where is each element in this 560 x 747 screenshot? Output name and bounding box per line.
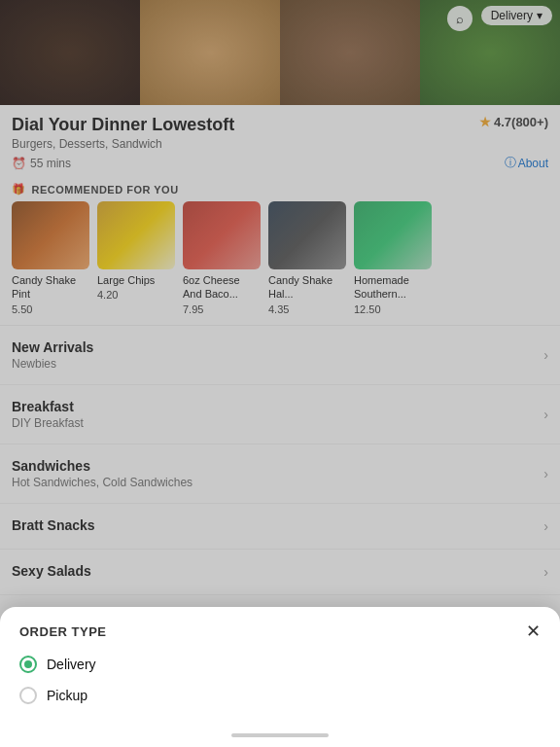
- item-image: [97, 201, 175, 269]
- recommended-item[interactable]: Large Chips 4.20: [97, 201, 175, 315]
- radio-options: Delivery Pickup: [19, 656, 541, 704]
- recommended-item[interactable]: Candy Shake Pint 5.50: [12, 201, 89, 315]
- menu-item-title: Sandwiches: [12, 458, 192, 474]
- menu-category-item[interactable]: Breakfast DIY Breakfast ›: [0, 385, 560, 445]
- restaurant-name: Dial Your Dinner Lowestoft: [12, 115, 234, 135]
- menu-item-left: New Arrivals Newbies: [12, 339, 93, 371]
- star-icon: ★: [479, 115, 491, 129]
- item-price: 4.35: [268, 303, 346, 315]
- item-name: Large Chips: [97, 273, 175, 287]
- recommended-item[interactable]: Candy Shake Hal... 4.35: [268, 201, 346, 315]
- hero-image: ⌕ Delivery ▾: [0, 0, 560, 105]
- bottom-indicator: [231, 733, 329, 737]
- item-image: [268, 201, 346, 269]
- delivery-toggle-button[interactable]: Delivery ▾: [481, 6, 552, 25]
- menu-item-title: New Arrivals: [12, 339, 93, 355]
- delivery-button-label: Delivery: [491, 9, 533, 22]
- modal-title: ORDER TYPE: [19, 624, 107, 639]
- pickup-radio[interactable]: [19, 687, 37, 704]
- item-price: 5.50: [12, 303, 89, 315]
- order-type-modal: ORDER TYPE ✕ Delivery Pickup: [0, 607, 560, 747]
- info-icon: ⓘ: [505, 155, 516, 171]
- delivery-option[interactable]: Delivery: [19, 656, 541, 673]
- item-image: [183, 201, 261, 269]
- menu-category-item[interactable]: Bratt Snacks ›: [0, 504, 560, 550]
- recommended-header: 🎁 RECOMMENDED FOR YOU: [0, 175, 560, 201]
- item-price: 7.95: [183, 303, 261, 315]
- chevron-right-icon: ›: [543, 564, 548, 580]
- chevron-right-icon: ›: [543, 347, 548, 363]
- radio-selected-dot: [24, 660, 32, 668]
- menu-item-title: Breakfast: [12, 399, 84, 414]
- item-price: 12.50: [354, 303, 432, 315]
- menu-category-item[interactable]: Sandwiches Hot Sandwiches, Cold Sandwich…: [0, 445, 560, 504]
- menu-item-left: Bratt Snacks: [12, 517, 95, 535]
- cuisine-type: Burgers, Desserts, Sandwich: [12, 137, 548, 151]
- menu-item-subtitle: Hot Sandwiches, Cold Sandwiches: [12, 476, 192, 489]
- menu-category-item[interactable]: Sexy Salads ›: [0, 550, 560, 595]
- item-name: Homemade Southern...: [354, 273, 432, 302]
- pickup-option[interactable]: Pickup: [19, 687, 541, 704]
- item-price: 4.20: [97, 289, 175, 301]
- menu-item-left: Sexy Salads: [12, 563, 91, 581]
- restaurant-rating: ★ 4.7(800+): [479, 115, 548, 129]
- delivery-radio[interactable]: [19, 656, 37, 673]
- restaurant-info: Dial Your Dinner Lowestoft ★ 4.7(800+) B…: [0, 105, 560, 175]
- item-name: Candy Shake Pint: [12, 273, 89, 302]
- gift-icon: 🎁: [12, 183, 26, 196]
- clock-icon: ⏰: [12, 157, 26, 170]
- recommended-scroll: Candy Shake Pint 5.50 Large Chips 4.20 6…: [0, 201, 560, 325]
- about-link[interactable]: ⓘ About: [505, 155, 548, 171]
- close-button[interactable]: ✕: [526, 622, 541, 640]
- close-icon: ✕: [526, 622, 541, 641]
- menu-item-left: Sandwiches Hot Sandwiches, Cold Sandwich…: [12, 458, 192, 489]
- item-image: [12, 201, 89, 269]
- rating-value: 4.7(800+): [494, 115, 548, 129]
- delivery-label: Delivery: [47, 657, 96, 672]
- search-button[interactable]: ⌕: [447, 6, 472, 31]
- item-name: 6oz Cheese And Baco...: [183, 273, 261, 302]
- recommended-label: RECOMMENDED FOR YOU: [32, 184, 179, 196]
- pickup-label: Pickup: [47, 688, 88, 703]
- chevron-right-icon: ›: [543, 407, 548, 422]
- menu-item-title: Sexy Salads: [12, 563, 91, 579]
- recommended-item[interactable]: Homemade Southern... 12.50: [354, 201, 432, 315]
- recommended-item[interactable]: 6oz Cheese And Baco... 7.95: [183, 201, 261, 315]
- menu-item-title: Bratt Snacks: [12, 517, 95, 533]
- chevron-right-icon: ›: [543, 466, 548, 481]
- menu-item-left: Breakfast DIY Breakfast: [12, 399, 84, 430]
- menu-item-subtitle: DIY Breakfast: [12, 416, 84, 430]
- chevron-down-icon: ▾: [537, 9, 542, 22]
- item-image: [354, 201, 432, 269]
- menu-item-subtitle: Newbies: [12, 357, 93, 371]
- search-icon: ⌕: [456, 12, 464, 26]
- delivery-time: ⏰ 55 mins: [12, 157, 71, 170]
- item-name: Candy Shake Hal...: [268, 273, 346, 302]
- chevron-right-icon: ›: [543, 518, 548, 534]
- menu-category-item[interactable]: New Arrivals Newbies ›: [0, 326, 560, 385]
